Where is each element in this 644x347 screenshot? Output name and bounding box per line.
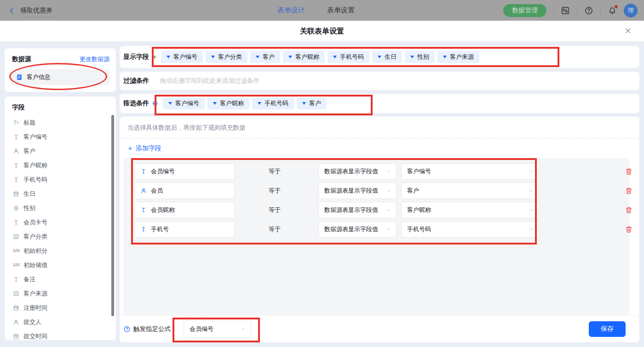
field-item[interactable]: 会员卡号 xyxy=(5,215,116,229)
rule-source-type-select[interactable]: 数据源表显示字段值 xyxy=(318,163,397,180)
back-icon[interactable] xyxy=(8,7,16,14)
trigger-field-select[interactable]: 会员编号 xyxy=(184,320,251,338)
add-field-link[interactable]: 添加字段 xyxy=(127,144,161,153)
filter-condition-label: 过滤条件 xyxy=(123,77,149,85)
field-chip[interactable]: 客户昵称 xyxy=(207,97,249,109)
rule-row: 会员等于数据源表显示字段值客户 xyxy=(134,182,629,199)
rule-source-field-select[interactable]: 客户昵称 xyxy=(401,202,539,218)
field-chip[interactable]: 客户编号 xyxy=(161,51,203,63)
field-item[interactable]: 客户编号 xyxy=(5,130,116,144)
field-item-label: 性别 xyxy=(23,204,35,212)
close-icon[interactable] xyxy=(624,27,632,35)
data-manage-button[interactable]: 数据管理 xyxy=(503,4,546,17)
trash-icon xyxy=(625,167,633,176)
document-icon xyxy=(16,74,23,81)
datasource-panel: 数据源 更改数据源 客户信息 xyxy=(5,48,116,92)
field-chip[interactable]: 客户编号 xyxy=(163,97,205,109)
field-item[interactable]: 标题 xyxy=(5,115,116,130)
field-chip[interactable]: 手机号码 xyxy=(328,51,369,63)
chip-label: 客户 xyxy=(309,99,321,108)
filter-drop-placeholder: 拖动左侧字段到此处来添加过滤条件 xyxy=(160,77,259,85)
rule-target-field[interactable]: 手机号 xyxy=(134,221,235,238)
rule-target-field[interactable]: 会员昵称 xyxy=(134,202,235,218)
selected-value: 客户昵称 xyxy=(407,206,431,214)
add-display-field-icon[interactable] xyxy=(152,54,157,60)
rule-source-field-select[interactable]: 客户 xyxy=(401,182,539,199)
selected-value: 会员编号 xyxy=(190,325,213,333)
scrollbar-thumb[interactable] xyxy=(111,115,114,316)
rule-source-type-select[interactable]: 数据源表显示字段值 xyxy=(318,221,397,238)
trigger-formula-label: 触发指定公式 xyxy=(133,325,171,333)
datasource-item-label: 客户信息 xyxy=(27,73,51,81)
field-chip[interactable]: 客户 xyxy=(297,97,327,109)
rule-operator: 等于 xyxy=(269,202,281,218)
tab-form-design[interactable]: 表单设计 xyxy=(277,6,305,15)
delete-rule-button[interactable] xyxy=(625,187,633,195)
form-name-underline xyxy=(20,17,55,17)
field-item[interactable]: 注册时间 xyxy=(5,301,116,315)
notification-button[interactable] xyxy=(608,6,617,15)
rule-source-field-select[interactable]: 手机号码 xyxy=(401,221,539,238)
field-item-label: 客户编号 xyxy=(23,133,47,141)
field-item-label: 手机号码 xyxy=(23,176,47,184)
field-chip[interactable]: 客户昵称 xyxy=(283,51,325,63)
form-name-label: 领取优惠券 xyxy=(20,6,52,14)
text-icon xyxy=(13,134,19,140)
translate-icon[interactable] xyxy=(561,6,570,15)
chevron-down-icon xyxy=(529,227,534,232)
field-chip[interactable]: 性别 xyxy=(405,51,435,63)
field-item[interactable]: 手机号码 xyxy=(5,172,116,187)
field-item[interactable]: 客户分类 xyxy=(5,229,116,244)
field-chip[interactable]: 客户 xyxy=(250,51,280,63)
caret-down-icon xyxy=(258,102,261,105)
caret-down-icon xyxy=(378,56,381,58)
trash-icon xyxy=(625,187,633,195)
field-item[interactable]: 生日 xyxy=(5,187,116,201)
delete-rule-button[interactable] xyxy=(625,206,633,214)
field-item[interactable]: 客户昵称 xyxy=(5,158,116,172)
selected-value: 客户 xyxy=(407,187,419,195)
topbar-actions: 数据管理 理 xyxy=(503,0,638,21)
calendar-icon xyxy=(13,191,19,197)
field-item[interactable]: 123初始积分 xyxy=(5,244,116,258)
field-item[interactable]: 性别 xyxy=(5,201,116,215)
tab-form-settings[interactable]: 表单设置 xyxy=(327,6,355,15)
change-datasource-link[interactable]: 更改数据源 xyxy=(80,55,109,63)
save-button[interactable]: 保存 xyxy=(589,321,626,337)
field-item[interactable]: 提交时间 xyxy=(5,329,116,340)
caret-down-icon xyxy=(302,102,306,105)
avatar[interactable]: 理 xyxy=(624,4,638,17)
trigger-help-icon[interactable] xyxy=(123,325,131,333)
chevron-down-icon xyxy=(529,207,534,213)
chevron-down-icon xyxy=(386,207,391,213)
delete-rule-button[interactable] xyxy=(625,225,633,233)
delete-rule-button[interactable] xyxy=(625,167,633,176)
field-item-label: 客户来源 xyxy=(23,290,47,298)
field-chip[interactable]: 手机号码 xyxy=(252,97,294,109)
field-item[interactable]: 123初始储值 xyxy=(5,258,116,272)
filter-condition-row[interactable]: 过滤条件 拖动左侧字段到此处来添加过滤条件 xyxy=(120,72,639,90)
field-item[interactable]: 客户来源 xyxy=(5,286,116,301)
form-name[interactable]: 领取优惠券 xyxy=(20,6,52,15)
rule-source-type-select[interactable]: 数据源表显示字段值 xyxy=(318,182,397,199)
field-chip[interactable]: 生日 xyxy=(372,51,402,63)
field-chip[interactable]: 客户分类 xyxy=(206,51,247,63)
rule-target-field[interactable]: 会员 xyxy=(134,182,235,199)
field-item[interactable]: 提交人 xyxy=(5,315,116,329)
divider xyxy=(120,138,639,138)
modal-title: 关联表单设置 xyxy=(0,27,644,36)
help-icon[interactable] xyxy=(584,6,593,15)
rule-source-field-select[interactable]: 客户编号 xyxy=(401,163,539,180)
rule-row: 会员编号等于数据源表显示字段值客户编号 xyxy=(134,163,629,180)
rule-source-type-select[interactable]: 数据源表显示字段值 xyxy=(318,202,397,218)
person-icon xyxy=(13,319,19,325)
field-item[interactable]: 客户 xyxy=(5,144,116,158)
field-chip[interactable]: 客户来源 xyxy=(437,51,479,63)
rule-target-field[interactable]: 会员编号 xyxy=(134,163,235,180)
field-item-label: 注册时间 xyxy=(23,304,47,312)
datasource-item[interactable]: 客户信息 xyxy=(11,69,109,85)
person-icon xyxy=(140,188,147,194)
gear-icon[interactable] xyxy=(152,100,158,107)
field-item[interactable]: 备注 xyxy=(5,272,116,286)
text-icon xyxy=(13,176,19,183)
